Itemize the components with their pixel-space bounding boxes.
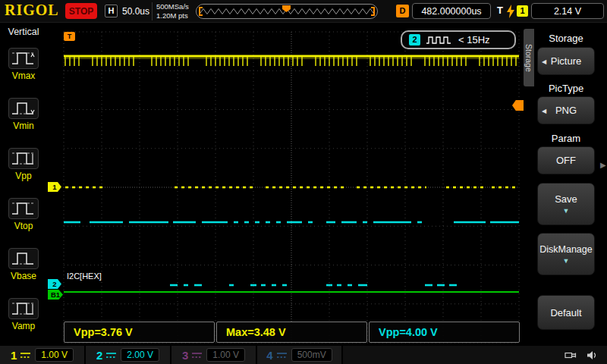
delay-readout: 482.000000us <box>412 3 491 19</box>
vtop-icon <box>8 198 39 219</box>
trigger-position-marker[interactable]: T <box>64 32 75 41</box>
measurement-bar: Vpp=3.76 V Max=3.48 V Vpp=4.00 V <box>64 322 520 343</box>
measure-menu-title: Vertical <box>0 23 47 39</box>
save-button[interactable]: Save ▼ <box>537 183 595 225</box>
diskmanage-label: DiskManage <box>539 244 592 255</box>
channel-4-scale: 500mV <box>291 348 332 362</box>
pictype-group-title: PicType <box>537 83 595 94</box>
channel-3-status[interactable]: 3 1.00 V <box>171 346 257 364</box>
diskmanage-button[interactable]: DiskManage ▼ <box>537 233 595 275</box>
coupling-icon <box>276 351 288 359</box>
trigger-label: T <box>497 5 503 16</box>
measurement-vpp-ch1: Vpp=3.76 V <box>64 322 215 343</box>
horizontal-badge: H <box>105 5 118 17</box>
param-value: OFF <box>556 155 576 166</box>
measure-item-label: Vamp <box>12 321 35 331</box>
oscilloscope-screen: RIGOL STOP H 50.0us 500MSa/s 1.20M pts D… <box>0 0 607 364</box>
measure-item-vbase[interactable]: Vbase <box>0 240 47 290</box>
measure-item-label: Vtop <box>14 221 33 231</box>
measurement-vpp-ch2: Vpp=4.00 V <box>369 322 520 343</box>
status-bar: 1 1.00 V 2 2.00 V 3 1.00 V 4 500mV <box>0 345 607 364</box>
square-wave-icon <box>426 36 453 45</box>
coupling-icon <box>105 351 117 359</box>
rigol-logo: RIGOL <box>5 2 59 19</box>
coupling-icon <box>20 351 31 359</box>
waveform-overview-bar[interactable] <box>196 4 378 19</box>
default-button[interactable]: Default <box>537 295 595 330</box>
channel-3-number: 3 <box>182 349 188 362</box>
status-icons <box>565 346 607 364</box>
param-group-title: Param <box>537 133 595 144</box>
top-bar: RIGOL STOP H 50.0us 500MSa/s 1.20M pts D… <box>0 0 607 23</box>
left-arrow-icon: ◀ <box>542 58 546 64</box>
trigger-source-badge: 1 <box>517 5 528 17</box>
coupling-icon <box>191 351 203 359</box>
channel-1-scale: 1.00 V <box>35 348 74 362</box>
down-arrow-icon: ▼ <box>563 257 570 265</box>
vbase-icon <box>8 248 39 269</box>
menu-page-arrow[interactable]: ▶ <box>600 161 606 169</box>
scope-display: T 2 < 15Hz I2C[HEX] 1 2 B1 Vpp=3.76 V Ma… <box>47 23 524 345</box>
i2c-decode-label: I2C[HEX] <box>65 271 103 281</box>
graticule-and-waveforms <box>47 23 524 345</box>
trigger-level-readout: 2.14 V <box>531 3 604 19</box>
speaker-icon <box>587 350 598 360</box>
vmax-icon <box>8 48 39 69</box>
channel-2-scale: 2.00 V <box>121 348 159 362</box>
overview-right-bracket-icon <box>371 7 375 16</box>
channel-3-scale: 1.00 V <box>206 348 245 362</box>
run-state-badge[interactable]: STOP <box>65 3 97 19</box>
acquisition-readout: 500MSa/s 1.20M pts <box>152 2 189 20</box>
down-arrow-icon: ▼ <box>563 207 570 215</box>
timebase-readout: 50.0us <box>122 6 149 17</box>
channel-1-status[interactable]: 1 1.00 V <box>0 346 86 364</box>
freq-counter-value: < 15Hz <box>458 34 490 46</box>
measure-item-vamp[interactable]: Vamp <box>0 290 47 340</box>
measure-item-vpp[interactable]: Vpp <box>0 140 47 190</box>
storage-type-value: Picture <box>551 55 581 67</box>
channel-4-number: 4 <box>266 349 272 362</box>
channel-2-number: 2 <box>96 349 102 362</box>
channel-4-status[interactable]: 4 500mV <box>257 346 343 364</box>
channel-2-badge: 2 <box>409 34 420 46</box>
vamp-icon <box>8 298 39 319</box>
storage-group-title: Storage <box>537 33 595 44</box>
measure-item-label: Vmax <box>12 71 36 81</box>
channel-2-status[interactable]: 2 2.00 V <box>86 346 171 364</box>
trigger-slope-icon <box>507 5 514 18</box>
vpp-icon <box>8 148 39 169</box>
usb-icon <box>565 350 577 360</box>
measure-item-label: Vmin <box>13 121 33 131</box>
pictype-value: PNG <box>555 105 577 116</box>
save-label: Save <box>555 193 577 205</box>
memory-depth: 1.20M pts <box>156 11 189 20</box>
channel-1-number: 1 <box>11 349 17 362</box>
storage-type-button[interactable]: ◀ Picture <box>537 47 595 75</box>
measure-menu: Vertical Vmax Vmin Vpp Vtop Vbase Vamp <box>0 23 47 345</box>
pictype-button[interactable]: ◀ PNG <box>537 96 595 124</box>
storage-menu: Storage Storage ◀ Picture PicType ◀ PNG … <box>524 23 607 345</box>
delay-badge: D <box>396 5 409 17</box>
menu-tab-storage: Storage <box>524 29 534 86</box>
freq-counter-badge: 2 < 15Hz <box>401 30 516 49</box>
measurement-max-ch1: Max=3.48 V <box>216 322 367 343</box>
measure-item-label: Vbase <box>11 271 36 281</box>
measure-item-label: Vpp <box>15 171 31 181</box>
measure-item-vtop[interactable]: Vtop <box>0 190 47 240</box>
vmin-icon <box>8 98 39 119</box>
sample-rate: 500MSa/s <box>156 2 189 11</box>
measure-item-vmax[interactable]: Vmax <box>0 39 47 89</box>
param-button[interactable]: OFF <box>537 146 595 174</box>
overview-left-bracket-icon <box>199 7 203 16</box>
left-arrow-icon: ◀ <box>542 107 546 114</box>
measure-item-vmin[interactable]: Vmin <box>0 89 47 140</box>
default-label: Default <box>550 307 581 318</box>
